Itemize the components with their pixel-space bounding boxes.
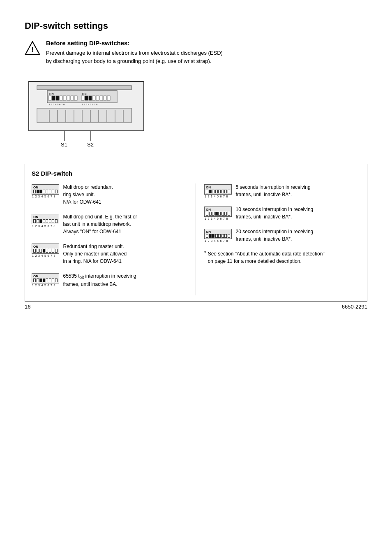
footnote-star: * (204, 250, 206, 256)
dip-text-master: Redundant ring master unit.Only one mast… (63, 243, 127, 265)
svg-text:S1: S1 (61, 142, 67, 148)
svg-text:ON: ON (49, 93, 54, 95)
warning-title: Before setting DIP-switches: (46, 39, 223, 46)
dip-entry-65535: ON (32, 272, 187, 288)
svg-rect-20 (96, 96, 99, 100)
page: DIP-switch settings ! Before setting DIP… (0, 0, 392, 326)
s2-dip-switch-box: S2 DIP-switch ON (25, 164, 367, 302)
dip-entry-multidrop-slave: ON (32, 183, 187, 206)
page-title: DIP-switch settings (25, 21, 367, 31)
svg-rect-13 (74, 96, 77, 100)
svg-rect-6 (48, 96, 51, 100)
svg-rect-12 (71, 96, 74, 100)
dip-diagram-end: ON (32, 213, 59, 227)
svg-rect-19 (92, 96, 95, 100)
warning-text: Prevent damage to internal electronics f… (46, 49, 223, 65)
footnote: * See section "About the automatic data … (204, 250, 360, 265)
warning-icon: ! (25, 40, 40, 56)
svg-rect-25 (37, 108, 131, 123)
dip-text-end: Multidrop end unit. E.g. the first orlas… (63, 213, 137, 235)
device-diagram-svg: ON 1 2 3 4 5 6 7 8 ON (25, 77, 164, 151)
warning-content: Before setting DIP-switches: Prevent dam… (46, 39, 223, 65)
warning-section: ! Before setting DIP-switches: Prevent d… (25, 39, 367, 65)
footnote-text: See section "About the automatic data ra… (208, 250, 325, 265)
svg-rect-21 (100, 96, 103, 100)
svg-rect-3 (37, 86, 131, 90)
svg-rect-16 (81, 96, 84, 100)
svg-text:S2: S2 (87, 142, 94, 148)
dip-diagram-master: ON (32, 243, 59, 257)
s2-grid: ON (32, 183, 360, 295)
dip-diagram-5sec: ON (204, 183, 232, 198)
svg-text:ON: ON (82, 93, 87, 95)
footer-page-number: 16 (25, 304, 30, 310)
svg-rect-7 (52, 96, 55, 100)
svg-text:!: ! (31, 46, 34, 54)
svg-rect-11 (67, 96, 70, 100)
dip-entry-10sec: ON (204, 206, 360, 220)
dip-text-20sec: 20 seconds interruption in receivingfram… (236, 228, 314, 243)
dip-diagram-65535: ON (32, 272, 59, 287)
dip-text-10sec: 10 seconds interruption in receivingfram… (236, 206, 314, 220)
footer-doc-number: 6650-2291 (342, 304, 367, 310)
svg-rect-17 (85, 96, 88, 100)
dip-diagram-10sec: ON (204, 206, 232, 220)
svg-rect-23 (107, 96, 110, 100)
dip-diagram-slave: ON (32, 183, 59, 198)
svg-rect-18 (89, 96, 92, 100)
s2-box-title: S2 DIP-switch (32, 170, 360, 177)
dip-entry-20sec: ON (204, 228, 360, 243)
svg-rect-10 (63, 96, 66, 100)
dip-entry-multidrop-end: ON (32, 213, 187, 235)
dip-text-5sec: 5 seconds interruption in receivingframe… (236, 183, 311, 198)
svg-rect-8 (56, 96, 59, 100)
dip-text-65535: 65535 tbit interruption in receivingfram… (63, 272, 136, 288)
svg-rect-22 (104, 96, 106, 100)
dip-entry-redundant-master: ON (32, 243, 187, 265)
dip-text-slave: Multidrop or redundantring slave unit.N/… (63, 183, 113, 206)
svg-text:1 2 3 4 5 6 7 8: 1 2 3 4 5 6 7 8 (49, 103, 65, 106)
svg-text:1 2 3 4 5 6 7 8: 1 2 3 4 5 6 7 8 (82, 103, 98, 106)
svg-rect-9 (60, 96, 62, 100)
page-footer: 16 6650-2291 (25, 304, 367, 310)
s2-left-column: ON (32, 183, 196, 295)
diagram-area: ON 1 2 3 4 5 6 7 8 ON (25, 77, 367, 151)
dip-entry-5sec: ON (204, 183, 360, 198)
dip-diagram-20sec: ON (204, 228, 232, 242)
s2-right-column: ON (196, 183, 360, 295)
